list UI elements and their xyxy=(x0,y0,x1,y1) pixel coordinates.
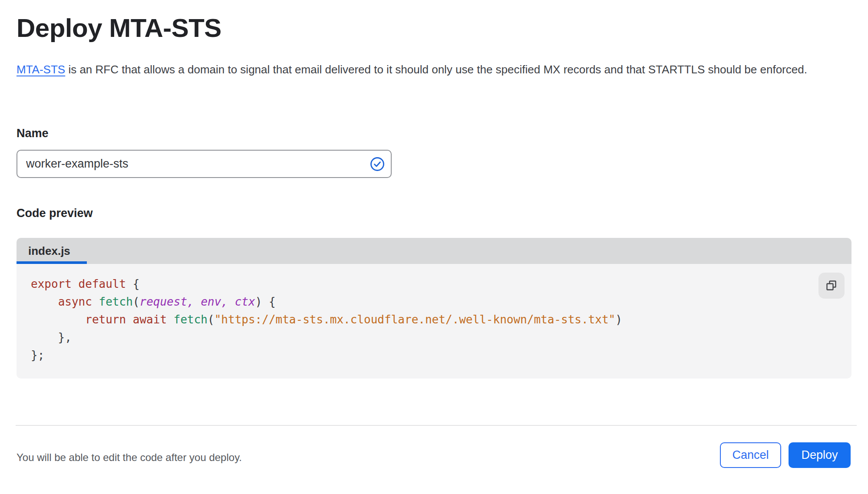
code-line: return await fetch("https://mta-sts.mx.c… xyxy=(31,311,851,329)
page-title: Deploy MTA-STS xyxy=(17,13,221,43)
tab-index-js[interactable]: index.js xyxy=(17,238,89,264)
cancel-button[interactable]: Cancel xyxy=(720,442,781,468)
code-area: export default { async fetch(request, en… xyxy=(17,264,851,379)
mta-sts-link[interactable]: MTA-STS xyxy=(17,63,65,76)
code-line: export default { xyxy=(31,275,851,293)
check-circle-icon xyxy=(370,157,385,171)
description-text: is an RFC that allows a domain to signal… xyxy=(65,63,807,76)
code-line: }; xyxy=(31,346,851,364)
code-line: }, xyxy=(31,329,851,346)
name-input[interactable] xyxy=(17,150,392,178)
deploy-mta-sts-page: Deploy MTA-STS MTA-STS is an RFC that al… xyxy=(0,0,868,494)
copy-code-button[interactable] xyxy=(818,273,845,299)
footer-divider xyxy=(16,425,857,426)
code-content: export default { async fetch(request, en… xyxy=(17,264,851,364)
footer-note: You will be able to edit the code after … xyxy=(17,451,242,464)
name-label: Name xyxy=(17,127,49,140)
code-preview-label: Code preview xyxy=(17,207,93,220)
code-line: async fetch(request, env, ctx) { xyxy=(31,293,851,311)
code-tab-bar: index.js xyxy=(17,238,851,264)
name-input-wrap xyxy=(17,150,392,178)
code-preview-block: index.js export default { async fetch(re… xyxy=(17,238,851,379)
deploy-button[interactable]: Deploy xyxy=(789,442,851,468)
tab-label: index.js xyxy=(28,244,70,258)
copy-icon xyxy=(825,280,838,292)
description: MTA-STS is an RFC that allows a domain t… xyxy=(17,60,837,79)
